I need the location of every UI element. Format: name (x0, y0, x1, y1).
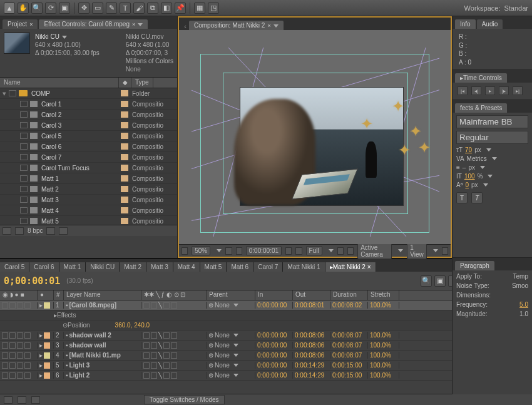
chevron-down-icon[interactable] (62, 36, 67, 39)
new-comp-icon[interactable] (46, 227, 55, 235)
timeline-tab[interactable]: Matt 5 (200, 262, 227, 272)
chevron-down-icon[interactable] (233, 364, 238, 367)
frequency-value[interactable]: 5.0 (519, 301, 528, 308)
current-time[interactable]: 0:00:00:01 (246, 246, 282, 255)
rotate-tool-icon[interactable]: ⟳ (45, 3, 56, 14)
label-swatch[interactable] (121, 218, 128, 224)
label-swatch[interactable] (121, 154, 128, 160)
chevron-down-icon[interactable] (486, 148, 491, 151)
lock-toggle[interactable] (24, 332, 31, 339)
italic-icon[interactable]: T (471, 192, 483, 203)
comp-mini-icon[interactable]: ▣ (434, 275, 446, 287)
grid-icon[interactable] (182, 247, 188, 255)
tab-effect-controls[interactable]: Effect Controls: Carol 08.mpeg× (39, 19, 148, 29)
col-label[interactable]: ◆ (119, 78, 131, 88)
project-list[interactable]: ▾COMPFolderCarol 1CompositioCarol 2Compo… (0, 88, 177, 225)
chevron-down-icon[interactable] (274, 24, 279, 28)
close-icon[interactable]: × (29, 21, 33, 28)
project-row[interactable]: Matt 2Compositio (0, 184, 177, 195)
checkbox[interactable] (20, 111, 28, 118)
views-dropdown[interactable]: 1 View (407, 243, 427, 259)
chevron-down-icon[interactable] (488, 175, 493, 178)
font-family-dropdown[interactable] (456, 115, 528, 128)
checkbox[interactable] (20, 154, 28, 160)
project-row[interactable]: Matt 4Compositio (0, 205, 177, 216)
pickwhip-icon[interactable]: ⊚ (208, 362, 213, 369)
label-swatch[interactable] (121, 101, 128, 107)
project-row[interactable]: Matt 3Compositio (0, 195, 177, 205)
chevron-down-icon[interactable] (138, 23, 143, 26)
chevron-down-icon[interactable] (233, 344, 238, 347)
workspace-dropdown[interactable]: Standar (504, 4, 528, 12)
col-layer-name[interactable]: Layer Name (64, 290, 141, 300)
layer-color[interactable] (44, 342, 50, 349)
col-in[interactable]: In (255, 290, 293, 300)
label-swatch[interactable] (121, 165, 128, 171)
checkbox[interactable] (20, 133, 28, 139)
noise-type-dropdown[interactable]: Smoo (512, 282, 528, 289)
roi-icon[interactable] (337, 247, 344, 255)
project-row[interactable]: Matt 1Compositio (0, 173, 177, 184)
timeline-tab[interactable]: Carol 7 (253, 262, 283, 272)
next-frame-icon[interactable]: |▸ (499, 86, 509, 95)
zoom-tool-icon[interactable]: 🔍 (31, 3, 43, 14)
timeline-tab[interactable]: Matt 1 (59, 262, 86, 272)
solo-toggle[interactable] (17, 332, 23, 339)
checkbox[interactable] (9, 90, 16, 96)
project-row[interactable]: Carol 3Compositio (0, 120, 177, 131)
layer-color[interactable] (44, 302, 50, 309)
toggle-switches-icon[interactable] (4, 396, 13, 404)
bold-icon[interactable]: T (456, 192, 468, 203)
close-icon[interactable]: × (132, 21, 135, 28)
zoom-dropdown[interactable]: 50% (192, 246, 210, 255)
project-row[interactable]: Carol Turn FocusCompositio (0, 163, 177, 173)
prev-frame-icon[interactable]: ◂| (471, 86, 481, 95)
audio-toggle[interactable] (9, 362, 16, 369)
snap-icon[interactable]: ▦ (194, 3, 205, 14)
visibility-toggle[interactable] (2, 362, 8, 369)
chevron-down-icon[interactable] (233, 304, 238, 307)
apply-to-dropdown[interactable]: Temp (513, 273, 528, 280)
tab-time-controls[interactable]: ▸Time Controls (455, 73, 507, 83)
audio-toggle[interactable] (9, 342, 16, 349)
twirl-icon[interactable]: ▸ (39, 302, 43, 309)
checkbox[interactable] (20, 207, 28, 213)
chevron-down-icon[interactable] (217, 249, 222, 252)
kerning-dropdown[interactable]: Metrics (467, 155, 487, 162)
first-frame-icon[interactable]: |◂ (458, 86, 468, 95)
lock-toggle[interactable] (24, 372, 31, 379)
solo-toggle[interactable] (17, 352, 23, 359)
audio-toggle[interactable] (9, 352, 16, 359)
chevron-down-icon[interactable] (233, 374, 238, 377)
timeline-tab[interactable]: Carol 6 (29, 262, 59, 272)
twirl-icon[interactable]: ▸ (39, 352, 43, 359)
timeline-tab[interactable]: Matt 2 (120, 262, 146, 272)
search-icon[interactable]: 🔍 (421, 275, 432, 287)
tab-audio[interactable]: Audio (477, 19, 503, 29)
project-row[interactable]: Carol 7Compositio (0, 152, 177, 163)
chevron-down-icon[interactable] (433, 249, 438, 252)
camera-dropdown[interactable]: Active Camera (357, 243, 392, 259)
timeline-tab[interactable]: Matt Nikki 1 (283, 262, 325, 272)
play-icon[interactable]: ▸ (485, 86, 495, 95)
pixel-aspect-icon[interactable] (442, 247, 448, 255)
tab-info[interactable]: Info (455, 19, 476, 29)
layer-color[interactable] (44, 362, 50, 369)
camera-tool-icon[interactable]: ▣ (59, 3, 70, 14)
chevron-down-icon[interactable] (233, 334, 238, 337)
project-row[interactable]: Carol 6Compositio (0, 141, 177, 152)
timeline-tab[interactable]: Matt 4 (173, 262, 200, 272)
timeline-tab[interactable]: ▸Matt Nikki 2 × (325, 262, 376, 272)
solo-toggle[interactable] (17, 302, 23, 309)
checkbox[interactable] (20, 143, 28, 150)
composition-viewer[interactable]: ✦ ✦ ✦ ✦ ✦ (179, 30, 451, 244)
pickwhip-icon[interactable]: ⊚ (208, 302, 213, 309)
solo-toggle[interactable] (17, 372, 23, 379)
label-swatch[interactable] (121, 207, 128, 213)
pen-tool-icon[interactable]: ✎ (106, 3, 117, 14)
timeline-tab[interactable]: Carol 5 (0, 262, 29, 272)
lock-toggle[interactable] (24, 362, 31, 369)
shape-tool-icon[interactable]: ▭ (92, 3, 103, 14)
toggle-switches-modes-button[interactable]: Toggle Switches / Modes (144, 395, 225, 404)
label-swatch[interactable] (121, 90, 128, 96)
